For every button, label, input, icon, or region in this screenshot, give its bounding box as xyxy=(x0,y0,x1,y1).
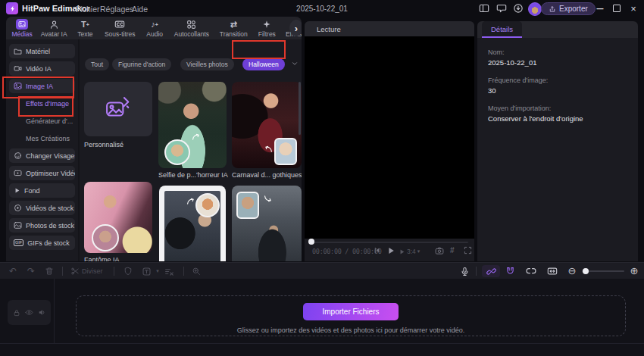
fullscreen-icon[interactable] xyxy=(464,246,473,255)
snapshot-icon[interactable] xyxy=(435,246,444,255)
toolbar-divider xyxy=(114,267,114,276)
sidebar-item-generateur[interactable]: Générateur d'... xyxy=(9,114,75,128)
sidebar-item-video-ia[interactable]: Vidéo IA xyxy=(9,61,75,76)
sidebar-item-effets-dimage[interactable]: Effets d'Image xyxy=(9,96,75,111)
feedback-icon[interactable] xyxy=(496,3,508,14)
menu-aide[interactable]: Aide xyxy=(132,5,148,14)
zoom-in-icon[interactable]: ⊕ xyxy=(629,266,639,276)
effect-card-label: Fantôme IA xyxy=(84,256,120,261)
menu-reglages[interactable]: Réglages xyxy=(100,5,133,14)
swap-arrow-icon xyxy=(262,193,274,204)
previous-frame-icon[interactable] xyxy=(373,246,382,255)
sidebar-item-changer-visages[interactable]: Changer Visages xyxy=(9,148,75,163)
ratio-icon xyxy=(399,248,405,255)
sidebar-item-fond[interactable]: Fond xyxy=(9,183,75,198)
tab-transition[interactable]: ⇄ Transition xyxy=(216,17,251,39)
effect-card-beach[interactable] xyxy=(232,186,302,261)
tab-filtres[interactable]: Filtres xyxy=(254,17,280,39)
delete-icon[interactable] xyxy=(44,266,55,276)
download-icon[interactable] xyxy=(513,3,524,14)
close-button[interactable]: × xyxy=(627,0,639,17)
user-avatar[interactable] xyxy=(528,2,542,16)
export-icon xyxy=(549,5,556,13)
chip-halloween[interactable]: Halloween xyxy=(242,58,285,70)
filtres-icon xyxy=(262,19,271,30)
tab-avatar-ia[interactable]: Avatar IA xyxy=(38,17,70,39)
effect-card-fantome[interactable] xyxy=(84,182,152,253)
playhead-knob[interactable] xyxy=(308,239,314,245)
chip-vieilles-photos[interactable]: Vieilles photos xyxy=(180,58,234,70)
tab-details[interactable]: Détails xyxy=(482,21,522,38)
tab-texte[interactable]: T+ Texte xyxy=(73,17,97,39)
selfie-source-inset xyxy=(164,139,190,165)
media-scrollbar[interactable] xyxy=(299,82,301,135)
speaker-icon[interactable] xyxy=(38,308,46,317)
effect-card-carnaval-gothique[interactable] xyxy=(232,82,302,168)
play-icon[interactable] xyxy=(386,246,395,255)
custom-effect-card[interactable] xyxy=(84,82,152,136)
layout-toggle-icon[interactable] xyxy=(479,3,490,14)
tab-autocollants[interactable]: Autocollants xyxy=(170,17,213,39)
sidebar-item-gifs-de-stock[interactable]: GIF GIFs de stock xyxy=(9,236,75,250)
effect-card-selfie-horreur[interactable] xyxy=(158,82,227,168)
marker-shield-icon[interactable] xyxy=(123,266,133,276)
media-browser: Tout Figurine d'action Vieilles photos H… xyxy=(81,39,302,261)
voiceover-mic-icon[interactable] xyxy=(459,266,470,276)
track-header xyxy=(8,300,51,325)
chip-tout[interactable]: Tout xyxy=(85,58,109,70)
eye-icon[interactable] xyxy=(25,308,33,317)
custom-image-wand-icon xyxy=(105,96,131,122)
tab-medias[interactable]: Médias xyxy=(9,17,35,39)
playhead-track[interactable] xyxy=(312,242,468,243)
texte-icon: T+ xyxy=(81,19,89,30)
sidebar: Matériel Vidéo IA Image IA Effets d'Imag… xyxy=(6,39,80,261)
split-label[interactable]: Diviser xyxy=(82,267,103,275)
sidebar-item-materiel[interactable]: Matériel xyxy=(9,44,75,58)
menu-fichier[interactable]: Fichier xyxy=(76,5,100,14)
redo-icon[interactable]: ↷ xyxy=(26,266,36,276)
fantome-source-inset xyxy=(92,224,119,251)
export-button[interactable]: Exporter xyxy=(541,2,596,15)
text-template-icon[interactable] xyxy=(141,266,152,276)
timeline-area: Importer Fichiers Glissez ou importez de… xyxy=(0,279,644,356)
link-clips-icon[interactable] xyxy=(482,265,500,277)
sidebar-item-photos-de-stock[interactable]: Photos de stock xyxy=(9,218,75,233)
split-scissors-icon[interactable] xyxy=(70,266,80,276)
chips-expand-chevron[interactable] xyxy=(291,60,299,67)
import-files-button[interactable]: Importer Fichiers xyxy=(303,303,399,320)
unlink-clips-icon[interactable] xyxy=(526,266,536,276)
field-value: 30 xyxy=(488,86,638,95)
details-body: Nom: 2025-10-22_01 Fréquence d'image: 30… xyxy=(477,38,638,261)
titlebar: HitPaw Edimakor Fichier Réglages Aide 20… xyxy=(0,0,644,17)
tabs-overflow-chevron[interactable]: › xyxy=(289,20,302,36)
fit-timeline-icon[interactable] xyxy=(547,266,558,276)
custom-card-label: Personnalisé xyxy=(84,141,123,148)
grid-overlay-icon[interactable]: # xyxy=(450,246,459,255)
preview-video-area[interactable] xyxy=(305,36,474,239)
sidebar-item-image-ia[interactable]: Image IA xyxy=(9,79,75,93)
minimize-button[interactable]: – xyxy=(594,0,606,17)
field-label: Fréquence d'image: xyxy=(488,77,638,84)
gif-icon: GIF xyxy=(14,239,23,246)
maximize-icon xyxy=(613,5,621,12)
sidebar-item-videos-de-stock[interactable]: Vidéos de stock xyxy=(9,201,75,215)
clear-tracks-icon[interactable] xyxy=(164,266,174,276)
tab-sous-titres[interactable]: Sous-titres xyxy=(101,17,139,39)
magnet-snap-icon[interactable] xyxy=(505,266,515,276)
lock-icon[interactable] xyxy=(13,309,20,317)
zoom-to-frame-icon[interactable] xyxy=(191,266,202,276)
sidebar-item-mes-creations[interactable]: Mes Créations xyxy=(9,131,75,145)
effect-card-polaroid-ghost[interactable] xyxy=(159,186,226,261)
zoom-out-icon[interactable]: ⊖ xyxy=(567,266,577,276)
sidebar-item-optimiseur-video[interactable]: Optimiseur Vidéo xyxy=(9,166,75,180)
undo-icon[interactable]: ↶ xyxy=(8,266,18,276)
chip-figurine-daction[interactable]: Figurine d'action xyxy=(112,58,171,70)
timeline-zoom-knob[interactable] xyxy=(583,268,589,274)
tab-audio[interactable]: ♪+ Audio xyxy=(142,17,167,39)
maximize-button[interactable] xyxy=(611,0,623,17)
aspect-ratio-selector[interactable]: 3:4 ▾ xyxy=(399,248,420,255)
media-tabstrip: Médias Avatar IA T+ Texte Sous-titres ♪+… xyxy=(6,17,302,39)
timeline-toolbar: ↶ ↷ Diviser ▾ ⊖ ⊕ xyxy=(0,262,644,279)
text-template-caret-icon[interactable]: ▾ xyxy=(152,266,163,276)
import-hint: Glissez ou importez des vidéos et des ph… xyxy=(76,326,626,334)
